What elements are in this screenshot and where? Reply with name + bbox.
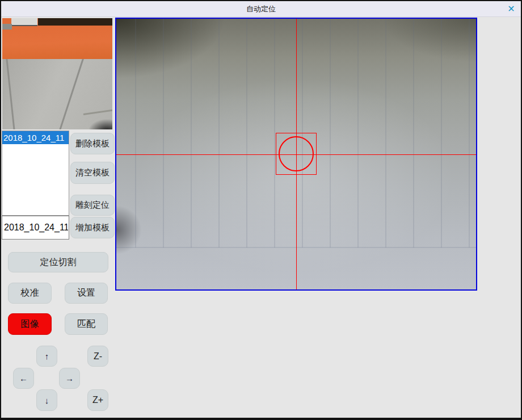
- preview-light-block: [11, 18, 37, 26]
- jog-right-button[interactable]: →: [59, 368, 80, 389]
- template-name-input[interactable]: [2, 216, 69, 240]
- close-icon[interactable]: ✕: [506, 3, 517, 15]
- calibrate-button[interactable]: 校准: [8, 283, 52, 304]
- image-button[interactable]: 图像: [8, 313, 52, 335]
- window-title: 自动定位: [246, 4, 276, 14]
- jog-z-plus-button[interactable]: Z+: [87, 389, 108, 411]
- template-preview-image: [2, 18, 112, 129]
- add-template-button[interactable]: 增加模板: [70, 217, 115, 238]
- auto-position-window: 自动定位 ✕ 2018_10_24_11 删除模板 清空模板 雕刻定位 增加模板…: [0, 0, 522, 420]
- delete-template-button[interactable]: 删除模板: [70, 133, 115, 154]
- position-cut-button[interactable]: 定位切割: [8, 252, 108, 272]
- target-circle: [279, 136, 314, 171]
- settings-button[interactable]: 设置: [65, 283, 108, 304]
- jog-left-button[interactable]: ←: [13, 368, 34, 389]
- preview-gray-block: [2, 24, 12, 30]
- template-list[interactable]: 2018_10_24_11: [2, 131, 69, 216]
- jog-down-button[interactable]: ↓: [36, 389, 57, 411]
- preview-dark-bar: [38, 18, 112, 26]
- jog-z-minus-button[interactable]: Z-: [87, 346, 108, 367]
- clear-templates-button[interactable]: 清空模板: [70, 162, 115, 184]
- jog-up-button[interactable]: ↑: [36, 346, 57, 367]
- match-button[interactable]: 匹配: [65, 313, 108, 335]
- camera-view: [115, 18, 477, 291]
- title-bar: 自动定位 ✕: [1, 1, 521, 17]
- engrave-position-button[interactable]: 雕刻定位: [70, 195, 115, 216]
- template-list-item[interactable]: 2018_10_24_11: [2, 131, 69, 144]
